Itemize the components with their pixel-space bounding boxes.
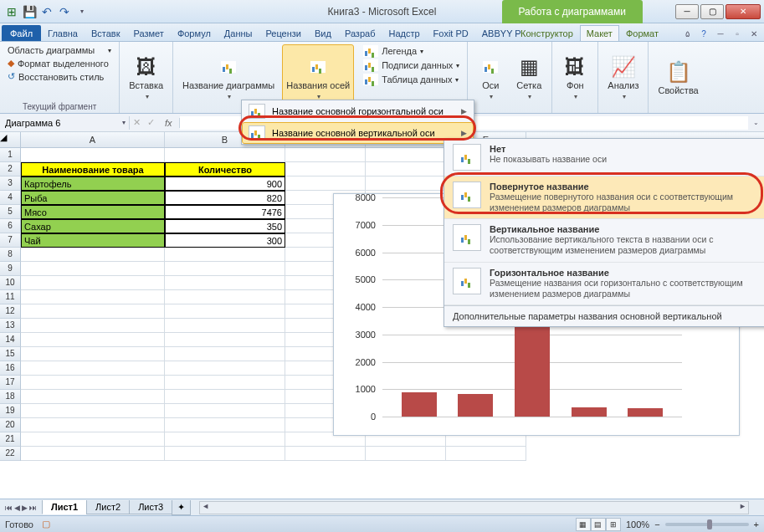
name-box[interactable] <box>3 116 122 130</box>
cell[interactable] <box>21 148 165 162</box>
cell[interactable]: 350 <box>165 219 285 233</box>
zoom-in-icon[interactable]: + <box>754 519 759 529</box>
row-header[interactable]: 16 <box>0 361 21 376</box>
doc-minimize-icon[interactable]: ─ <box>714 29 727 41</box>
doc-close-icon[interactable]: ✕ <box>747 29 761 41</box>
cell[interactable]: 820 <box>165 191 285 205</box>
cell[interactable]: Рыба <box>21 191 165 205</box>
reset-style-button[interactable]: ↺Восстановить стиль <box>5 70 114 83</box>
cell[interactable] <box>21 432 165 447</box>
chart-bar[interactable] <box>458 394 493 417</box>
cell[interactable] <box>21 390 165 404</box>
insert-button[interactable]: 🖼 Вставка <box>125 44 167 110</box>
chart-bar[interactable] <box>572 407 607 417</box>
row-header[interactable]: 3 <box>0 176 21 191</box>
zoom-level[interactable]: 100% <box>626 519 649 529</box>
cell[interactable] <box>366 176 446 191</box>
data-labels-button[interactable]: Подписи данных ▾ <box>361 59 462 72</box>
submenu-none[interactable]: НетНе показывать название оси <box>444 139 764 176</box>
ribbon-minimize-icon[interactable]: ۵ <box>680 29 694 41</box>
row-header[interactable]: 2 <box>0 162 21 176</box>
cell[interactable] <box>21 304 165 319</box>
save-icon[interactable]: 💾 <box>21 3 38 20</box>
row-header[interactable]: 18 <box>0 390 21 404</box>
cell[interactable] <box>165 347 285 361</box>
submenu-rotated-title[interactable]: Повернутое названиеРазмещение повернутог… <box>444 176 764 219</box>
cell[interactable] <box>21 290 165 304</box>
cell[interactable] <box>366 162 446 176</box>
background-button[interactable]: 🖽Фон <box>557 44 592 110</box>
row-header[interactable]: 12 <box>0 304 21 319</box>
cell[interactable] <box>21 404 165 418</box>
tab-addins[interactable]: Надстр <box>382 25 426 41</box>
cell[interactable] <box>21 333 165 347</box>
cell[interactable] <box>165 418 285 432</box>
cell[interactable]: 900 <box>165 176 285 191</box>
help-icon[interactable]: ? <box>697 29 710 41</box>
cell[interactable] <box>21 447 165 461</box>
row-header[interactable]: 7 <box>0 233 21 248</box>
sheet-tab-1[interactable]: Лист1 <box>42 500 87 514</box>
row-header[interactable]: 9 <box>0 262 21 276</box>
tab-view[interactable]: Вид <box>308 25 338 41</box>
cell[interactable] <box>165 390 285 404</box>
tab-chart-format[interactable]: Формат <box>619 25 665 41</box>
cell[interactable] <box>21 347 165 361</box>
row-header[interactable]: 1 <box>0 148 21 162</box>
expand-formula-icon[interactable]: ⌄ <box>748 119 764 126</box>
redo-icon[interactable]: ↷ <box>56 3 73 20</box>
namebox-dropdown-icon[interactable]: ▾ <box>122 119 126 126</box>
axes-button[interactable]: Оси <box>473 44 508 110</box>
cell[interactable] <box>366 447 446 461</box>
row-header[interactable]: 14 <box>0 333 21 347</box>
cell[interactable] <box>165 276 285 290</box>
doc-restore-icon[interactable]: ▫ <box>731 29 744 41</box>
cell[interactable] <box>366 148 446 162</box>
row-header[interactable]: 21 <box>0 432 21 447</box>
row-header[interactable]: 4 <box>0 191 21 205</box>
cell[interactable] <box>165 333 285 347</box>
minimize-button[interactable]: ─ <box>675 4 699 19</box>
cell[interactable]: Наименование товара <box>21 162 165 176</box>
excel-icon[interactable]: ⊞ <box>3 3 20 20</box>
cell[interactable] <box>165 432 285 447</box>
cell[interactable] <box>21 418 165 432</box>
analysis-button[interactable]: 📈Анализ <box>603 44 643 110</box>
tab-insert[interactable]: Вставк <box>85 25 127 41</box>
tab-home[interactable]: Главна <box>41 25 85 41</box>
cell[interactable]: 7476 <box>165 205 285 219</box>
properties-button[interactable]: 📋Свойства <box>654 44 702 110</box>
horizontal-scrollbar[interactable] <box>199 501 749 514</box>
cell[interactable] <box>21 319 165 333</box>
chart-element-selector[interactable]: Область диаграммы▾ <box>5 44 114 56</box>
menu-item-horizontal-axis-title[interactable]: Название основной горизонтальной оси▶ <box>242 100 474 122</box>
cell[interactable] <box>21 276 165 290</box>
tab-layout[interactable]: Размет <box>127 25 171 41</box>
cell[interactable] <box>446 447 526 461</box>
row-header[interactable]: 19 <box>0 404 21 418</box>
cell[interactable] <box>21 248 165 262</box>
cell[interactable] <box>165 319 285 333</box>
cell[interactable]: Сахар <box>21 219 165 233</box>
submenu-more-options[interactable]: Дополнительные параметры названия основн… <box>444 305 764 326</box>
cell[interactable] <box>165 361 285 376</box>
gridlines-button[interactable]: ▦Сетка <box>511 44 546 110</box>
cell[interactable] <box>21 376 165 390</box>
cell[interactable] <box>165 404 285 418</box>
cell[interactable]: Мясо <box>21 205 165 219</box>
sheet-nav-arrows[interactable]: ⏮◀▶⏭ <box>0 504 43 512</box>
qat-more-icon[interactable]: ▾ <box>74 3 90 20</box>
row-header[interactable]: 11 <box>0 290 21 304</box>
cell[interactable] <box>165 304 285 319</box>
tab-data[interactable]: Данны <box>218 25 259 41</box>
menu-item-vertical-axis-title[interactable]: Название основной вертикальной оси▶ <box>242 122 474 144</box>
row-header[interactable]: 5 <box>0 205 21 219</box>
tab-file[interactable]: Файл <box>2 25 41 41</box>
cell[interactable] <box>165 447 285 461</box>
view-buttons[interactable]: ▦▤⊞ <box>576 518 621 531</box>
zoom-out-icon[interactable]: − <box>654 519 659 529</box>
row-header[interactable]: 8 <box>0 248 21 262</box>
submenu-vertical-title[interactable]: Вертикальное названиеИспользование верти… <box>444 219 764 262</box>
cell[interactable] <box>165 262 285 276</box>
macro-record-icon[interactable]: ▢ <box>42 519 50 529</box>
